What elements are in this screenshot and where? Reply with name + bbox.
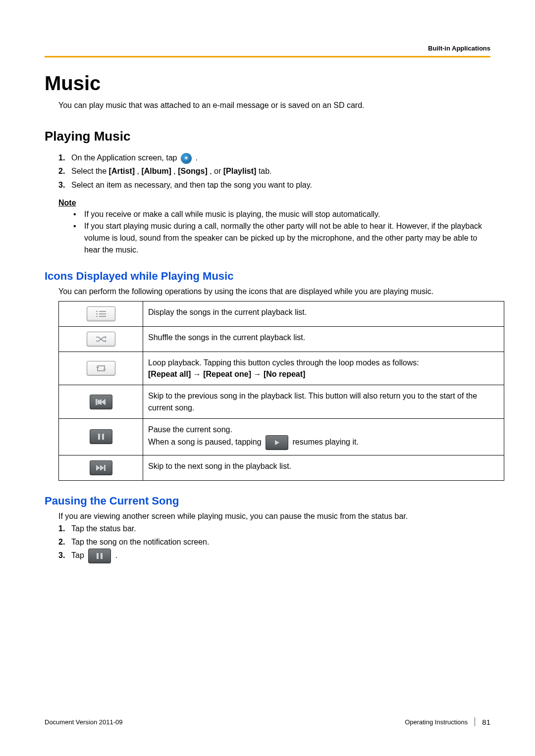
icon-table: Display the songs in the current playbac… xyxy=(58,301,504,481)
tab-album: [Album] xyxy=(141,167,171,175)
intro-text: You can play music that was attached to … xyxy=(58,100,490,111)
pause-icon xyxy=(90,429,112,444)
step1-suffix: . xyxy=(195,153,197,162)
pause-line2-prefix: When a song is paused, tapping xyxy=(148,438,264,446)
note-item-2: If you start playing music during a call… xyxy=(73,220,490,256)
step2-a: Select the xyxy=(71,167,109,175)
heading-icons: Icons Displayed while Playing Music xyxy=(45,270,490,283)
note-item-1: If you receive or make a call while musi… xyxy=(73,208,490,220)
sep3: , or xyxy=(210,167,223,175)
svg-rect-2 xyxy=(96,313,98,314)
pause-line1: Pause the current song. xyxy=(148,425,232,434)
svg-marker-21 xyxy=(100,465,104,471)
svg-rect-24 xyxy=(101,553,103,559)
shuffle-icon xyxy=(87,332,115,347)
next-icon xyxy=(90,460,112,475)
step3-suffix: . xyxy=(115,552,117,560)
svg-marker-6 xyxy=(105,336,107,339)
svg-rect-4 xyxy=(96,316,98,317)
table-row: Skip to the previous song in the playbac… xyxy=(59,385,504,418)
table-row: Pause the current song. When a song is p… xyxy=(59,418,504,455)
table-row: Display the songs in the current playbac… xyxy=(59,301,504,326)
next-desc: Skip to the next song in the playback li… xyxy=(143,455,504,480)
tab-artist: [Artist] xyxy=(109,167,135,175)
playlist-icon xyxy=(87,306,115,321)
playing-step-2: Select the [Artist] , [Album] , [Songs] … xyxy=(58,164,490,178)
svg-marker-16 xyxy=(101,399,105,405)
page-footer: Document Version 2011-09 Operating Instr… xyxy=(45,717,490,726)
pausing-step-2: Tap the song on the notification screen. xyxy=(58,535,490,549)
playing-step-3: Select an item as necessary, and then ta… xyxy=(58,178,490,192)
note-list: If you receive or make a call while musi… xyxy=(73,208,490,256)
svg-rect-5 xyxy=(99,316,106,317)
pause-desc: Pause the current song. When a song is p… xyxy=(143,418,504,455)
loop-opt-all: [Repeat all] xyxy=(148,370,191,378)
svg-marker-7 xyxy=(105,340,107,343)
tab-songs: [Songs] xyxy=(178,167,208,175)
play-icon xyxy=(266,435,288,450)
page-title: Music xyxy=(45,72,490,95)
svg-rect-22 xyxy=(104,465,106,471)
step3-prefix: Tap xyxy=(71,552,86,560)
footer-left: Document Version 2011-09 xyxy=(45,718,123,726)
loop-arrow-2: → xyxy=(254,370,264,378)
header-divider xyxy=(45,56,490,57)
page-number: 81 xyxy=(482,718,490,726)
svg-rect-1 xyxy=(99,311,106,312)
pause-icon-inline xyxy=(88,549,111,563)
svg-rect-18 xyxy=(102,434,104,440)
svg-rect-10 xyxy=(96,399,97,405)
table-row: Skip to the next song in the playback li… xyxy=(59,455,504,480)
pausing-step-3: Tap . xyxy=(58,549,490,563)
loop-opt-one: [Repeat one] xyxy=(203,370,251,378)
heading-pausing: Pausing the Current Song xyxy=(45,495,490,507)
playing-steps: On the Application screen, tap . Select … xyxy=(58,151,490,192)
loop-arrow-1: → xyxy=(193,370,203,378)
footer-manual-title: Operating Instructions xyxy=(405,718,468,726)
step1-prefix: On the Application screen, tap xyxy=(71,153,179,162)
repeat-icon xyxy=(87,361,115,376)
footer-divider xyxy=(475,717,475,726)
playing-step-1: On the Application screen, tap . xyxy=(58,151,490,164)
loop-opt-none: [No repeat] xyxy=(264,370,305,378)
step2-b: tab. xyxy=(259,167,272,175)
shuffle-desc: Shuffle the songs in the current playbac… xyxy=(143,326,504,352)
table-row: Shuffle the songs in the current playbac… xyxy=(59,326,504,352)
pausing-steps: Tap the status bar. Tap the song on the … xyxy=(58,522,490,563)
svg-rect-17 xyxy=(98,434,100,440)
pause-line2-suffix: resumes playing it. xyxy=(293,438,359,446)
playlist-desc: Display the songs in the current playbac… xyxy=(143,301,504,326)
loop-line1: Loop playback. Tapping this button cycle… xyxy=(148,358,419,367)
pausing-intro: If you are viewing another screen while … xyxy=(58,510,490,522)
icons-intro: You can perform the following operations… xyxy=(58,286,490,297)
svg-marker-19 xyxy=(275,440,279,445)
svg-rect-3 xyxy=(99,313,106,314)
tab-playlist: [Playlist] xyxy=(223,167,257,175)
note-label: Note xyxy=(58,199,490,207)
breadcrumb: Built-in Applications xyxy=(45,45,490,52)
svg-rect-0 xyxy=(96,311,98,312)
previous-icon xyxy=(90,395,112,409)
music-app-icon xyxy=(181,153,192,164)
heading-playing-music: Playing Music xyxy=(45,129,490,144)
table-row: Loop playback. Tapping this button cycle… xyxy=(59,352,504,385)
previous-desc: Skip to the previous song in the playbac… xyxy=(143,385,504,418)
pausing-step-1: Tap the status bar. xyxy=(58,522,490,535)
svg-marker-20 xyxy=(96,465,100,471)
sep2: , xyxy=(173,167,178,175)
repeat-desc: Loop playback. Tapping this button cycle… xyxy=(143,352,504,385)
svg-rect-23 xyxy=(97,553,99,559)
